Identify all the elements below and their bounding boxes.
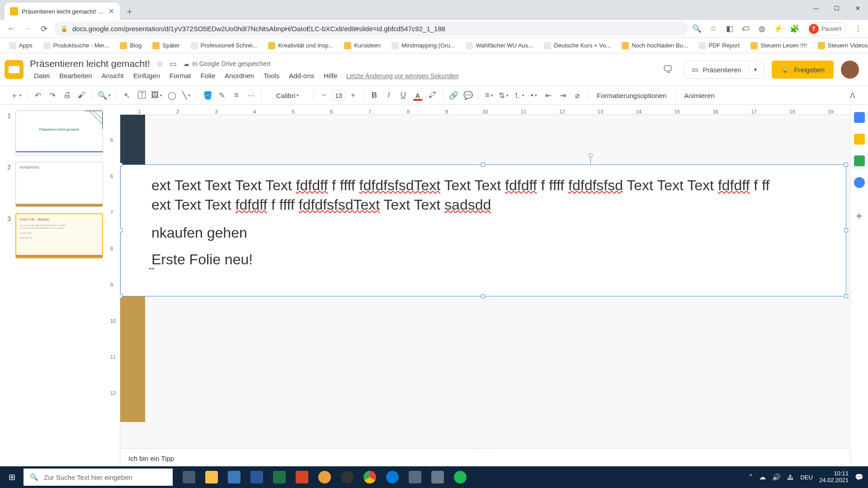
excel-button[interactable] — [269, 466, 290, 488]
extension-icon[interactable]: ◍ — [758, 24, 767, 33]
bookmark-item[interactable]: Kreativität und Insp... — [264, 40, 337, 51]
ruler-horizontal[interactable]: 12345678910111213141516171819 — [120, 105, 850, 115]
edge-button[interactable] — [382, 466, 403, 488]
url-input[interactable]: 🔒 docs.google.com/presentation/d/1yV372S… — [54, 22, 688, 36]
body-text-line-3[interactable]: Erste Folie neu! — [151, 251, 832, 268]
start-button[interactable]: ⊞ — [0, 466, 24, 488]
resize-handle[interactable] — [481, 294, 485, 298]
bookmark-item[interactable]: Mindmapping (Gru... — [388, 40, 459, 51]
redo-button[interactable]: ↷ — [46, 89, 59, 102]
extension-icon[interactable]: 🏷 — [741, 24, 750, 33]
calendar-icon[interactable] — [854, 112, 865, 123]
file-explorer-button[interactable] — [201, 466, 222, 488]
bookmark-item[interactable]: Steuern Lesen !!!! — [747, 40, 811, 51]
menu-addons[interactable]: Add-ons — [285, 70, 318, 81]
taskbar-app[interactable] — [314, 466, 335, 488]
window-close-button[interactable]: ✕ — [847, 0, 868, 16]
slides-logo-icon[interactable] — [5, 60, 24, 79]
font-select[interactable]: Calibri — [266, 89, 309, 102]
word-button[interactable] — [246, 466, 268, 488]
window-minimize-button[interactable]: ― — [806, 0, 826, 16]
font-size-input[interactable]: 13 — [332, 90, 345, 101]
share-button[interactable]: 🔒 Freigeben — [772, 61, 834, 79]
select-tool-button[interactable]: ↖ — [121, 89, 133, 102]
powerpoint-button[interactable] — [291, 466, 313, 488]
spotify-button[interactable] — [449, 466, 471, 488]
resize-handle[interactable] — [120, 163, 123, 167]
slide-thumb[interactable]: 3 Erste Folie - Beispiel Text Text Text … — [5, 213, 103, 258]
taskbar-app[interactable] — [404, 466, 426, 488]
bookmark-item[interactable]: Steuern Videos wic... — [814, 40, 868, 51]
numbered-list-button[interactable]: ⒈ — [512, 89, 526, 102]
bookmark-item[interactable]: Blog — [116, 40, 145, 51]
format-options-button[interactable]: Formatierungsoptionen — [592, 92, 671, 99]
filmstrip[interactable]: 1 Präsentieren leicht gemacht! 2 SDVSDFD… — [0, 105, 108, 466]
comment-button[interactable]: 💬 — [462, 89, 474, 102]
border-dash-button[interactable]: ⋯ — [245, 89, 257, 102]
menu-format[interactable]: Format — [165, 70, 195, 81]
image-button[interactable]: 🖼 — [150, 89, 164, 102]
font-size-increase[interactable]: + — [347, 89, 359, 102]
document-title[interactable]: Präsentieren leicht gemacht! — [30, 58, 150, 69]
tab-close-icon[interactable]: ✕ — [108, 7, 114, 15]
font-size-decrease[interactable]: − — [318, 89, 330, 102]
bookmark-item[interactable]: Wahlfächer WU Aus... — [462, 40, 537, 51]
text-color-button[interactable]: A — [411, 89, 424, 102]
indent-decrease-button[interactable]: ⇤ — [542, 89, 555, 102]
thumb-3[interactable]: Erste Folie - Beispiel Text Text Text Te… — [15, 213, 103, 258]
window-maximize-button[interactable]: ☐ — [826, 0, 847, 16]
line-button[interactable]: ╲ — [180, 89, 193, 102]
last-edit-link[interactable]: Letzte Änderung vor wenigen Sekunden — [346, 72, 459, 80]
bookmark-item[interactable]: Noch hochladen Bu... — [618, 40, 691, 51]
zoom-icon[interactable]: 🔍 — [693, 24, 702, 33]
bookmark-item[interactable]: Produktsuche - Mer... — [40, 40, 113, 51]
user-avatar[interactable] — [841, 61, 859, 79]
bookmark-item[interactable]: Deutsche Kurs + Vo... — [540, 40, 614, 51]
resize-handle[interactable] — [481, 163, 485, 167]
network-icon[interactable]: 🖧 — [787, 474, 794, 481]
slide-thumb[interactable]: 1 Präsentieren leicht gemacht! — [5, 110, 103, 155]
animate-button[interactable]: Animieren — [679, 92, 719, 99]
menu-bearbeiten[interactable]: Bearbeiten — [55, 70, 96, 81]
present-dropdown-icon[interactable]: ▾ — [749, 66, 757, 73]
bold-button[interactable]: B — [368, 89, 381, 102]
bookmark-star-icon[interactable]: ☆ — [709, 24, 718, 33]
onedrive-icon[interactable]: ☁ — [759, 473, 766, 481]
keep-icon[interactable] — [854, 134, 865, 145]
bookmark-item[interactable]: Später — [149, 40, 183, 51]
shape-button[interactable]: ◯ — [165, 89, 178, 102]
border-color-button[interactable]: ✎ — [216, 89, 228, 102]
tray-expand-icon[interactable]: ˄ — [749, 473, 753, 481]
taskbar-search[interactable]: 🔍 Zur Suche Text hier eingeben — [24, 469, 173, 486]
clear-format-button[interactable]: ⌀ — [571, 89, 584, 102]
new-slide-button[interactable]: ＋ — [9, 89, 23, 102]
menu-anordnen[interactable]: Anordnen — [221, 70, 258, 81]
indent-increase-button[interactable]: ⇥ — [557, 89, 569, 102]
menu-einfuegen[interactable]: Einfügen — [129, 70, 164, 81]
tasks-icon[interactable] — [854, 155, 865, 166]
thumb-1[interactable]: Präsentieren leicht gemacht! — [15, 110, 103, 155]
text-box-selected[interactable]: ext Text Text Text Text fdfdff f ffff fd… — [120, 164, 846, 296]
add-panel-button[interactable]: + — [856, 210, 862, 222]
chrome-button[interactable] — [359, 466, 381, 488]
resize-handle[interactable] — [120, 228, 123, 232]
thumb-2[interactable]: SDVSDFDVG — [15, 162, 103, 207]
menu-tools[interactable]: Tools — [259, 70, 283, 81]
bookmark-item[interactable]: Kursideen — [340, 40, 384, 51]
menu-hilfe[interactable]: Hilfe — [320, 70, 341, 81]
menu-ansicht[interactable]: Ansicht — [98, 70, 128, 81]
menu-folie[interactable]: Folie — [197, 70, 220, 81]
align-button[interactable]: ≡ — [483, 89, 495, 102]
slide-thumb[interactable]: 2 SDVSDFDVG — [5, 162, 103, 207]
browser-tab[interactable]: Präsentieren leicht gemacht! - G… ✕ — [5, 3, 120, 20]
notes-divider[interactable]: • • • — [120, 448, 850, 452]
bullet-list-button[interactable]: • — [528, 89, 540, 102]
body-text-line-2[interactable]: nkaufen gehen — [151, 225, 832, 241]
browser-menu-icon[interactable]: ⋮ — [854, 24, 863, 33]
extension-icon[interactable]: ⚡ — [774, 24, 783, 33]
rotation-handle[interactable] — [589, 153, 593, 157]
paint-format-button[interactable]: 🖌 — [75, 89, 88, 102]
underline-button[interactable]: U — [397, 89, 410, 102]
fill-color-button[interactable]: 🪣 — [201, 89, 214, 102]
body-text-line-1[interactable]: ext Text Text Text Text fdfdff f ffff fd… — [151, 176, 832, 215]
